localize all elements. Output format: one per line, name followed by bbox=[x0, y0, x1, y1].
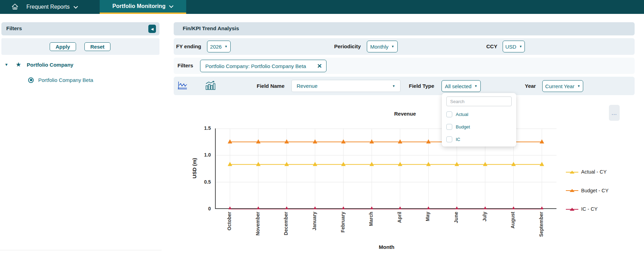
home-button[interactable] bbox=[10, 3, 19, 12]
chevron-down-icon: ▼ bbox=[392, 84, 395, 88]
checkbox-icon[interactable] bbox=[446, 124, 452, 130]
field-type-label: Field Type bbox=[409, 83, 434, 90]
x-tick-label: January bbox=[312, 212, 319, 230]
periodicity-label: Periodicity bbox=[334, 43, 361, 50]
search-input[interactable] bbox=[446, 97, 512, 106]
x-tick-label: December bbox=[283, 212, 290, 235]
tree-item-label: Portfolio Company Beta bbox=[38, 77, 93, 83]
legend-label: Budget - CY bbox=[581, 188, 609, 193]
legend-marker-icon bbox=[566, 169, 578, 175]
legend-item-2[interactable]: Budget - CY bbox=[566, 186, 609, 195]
tab-label: Portfolio Monitoring bbox=[113, 3, 166, 9]
line-chart-icon bbox=[177, 81, 188, 92]
apply-button[interactable]: Apply bbox=[50, 42, 76, 51]
legend-item-1[interactable]: Actual - CY bbox=[566, 168, 606, 176]
bar-chart-toggle[interactable] bbox=[204, 81, 216, 91]
fy-ending-label: FY ending bbox=[176, 43, 201, 50]
x-tick-label: April bbox=[397, 212, 404, 223]
top-nav: Frequent Reports Portfolio Monitoring bbox=[0, 0, 644, 14]
legend-label: IC - CY bbox=[581, 206, 598, 212]
reset-button[interactable]: Reset bbox=[84, 42, 110, 51]
fy-row: FY ending 2026 ▼ Periodicity Monthly ▼ C… bbox=[174, 38, 635, 55]
chart-more-button[interactable]: ... bbox=[609, 105, 620, 121]
field-name-select[interactable]: Revenue ▼ bbox=[291, 80, 401, 92]
field-type-dropdown-button[interactable]: All selected ▼ bbox=[441, 80, 481, 92]
tree-item-portfolio-company-beta[interactable]: Portfolio Company Beta bbox=[28, 77, 93, 83]
legend-marker-icon bbox=[566, 207, 578, 212]
y-tick-label: 1.0 bbox=[198, 152, 211, 158]
ccy-dropdown[interactable]: USD ▼ bbox=[503, 41, 525, 52]
x-tick-label: February bbox=[340, 212, 347, 233]
legend-item-3[interactable]: IC - CY bbox=[566, 205, 598, 213]
filter-chip-label: Portfolio Company: Portfolio Company Bet… bbox=[205, 63, 306, 69]
filters-row: Filters Portfolio Company: Portfolio Com… bbox=[174, 58, 635, 74]
tree-item-portfolio-company[interactable]: ▼ ★ Portfolio Company bbox=[5, 61, 73, 68]
chevron-down-icon: ▼ bbox=[391, 45, 394, 48]
chevron-down-icon[interactable]: ▼ bbox=[5, 62, 16, 67]
option-label: Budget bbox=[456, 124, 470, 129]
ccy-label: CCY bbox=[486, 43, 497, 50]
legend-label: Actual - CY bbox=[581, 169, 606, 175]
y-tick-label: 0.5 bbox=[198, 179, 211, 185]
chart-title: Revenue bbox=[370, 111, 440, 117]
option-label: IC bbox=[456, 137, 460, 142]
tree-item-label: Portfolio Company bbox=[27, 62, 73, 68]
field-name-label: Field Name bbox=[257, 83, 284, 90]
y-tick-label: 0 bbox=[198, 206, 211, 211]
x-tick-label: May bbox=[425, 212, 432, 221]
chevron-down-icon: ▼ bbox=[224, 45, 228, 48]
y-tick-label: 1.5 bbox=[198, 125, 211, 131]
chevron-down-icon bbox=[169, 3, 173, 9]
collapse-icon: ◀ bbox=[151, 27, 154, 31]
x-tick-label: June bbox=[453, 212, 460, 223]
filter-chip[interactable]: Portfolio Company: Portfolio Company Bet… bbox=[200, 60, 327, 72]
filters-label: Filters bbox=[177, 62, 193, 69]
option-label: Actual bbox=[456, 112, 468, 117]
periodicity-dropdown[interactable]: Monthly ▼ bbox=[367, 41, 398, 52]
close-icon[interactable]: ✕ bbox=[317, 62, 322, 70]
chevron-down-icon: ▼ bbox=[474, 84, 477, 88]
dropdown-option-ic[interactable]: IC bbox=[446, 136, 460, 142]
line-chart-toggle[interactable] bbox=[176, 81, 188, 91]
x-tick-label: November bbox=[255, 212, 262, 235]
field-type-dropdown-panel: ActualBudgetIC bbox=[442, 93, 516, 146]
x-tick-label: July bbox=[482, 212, 489, 221]
sidebar-divider bbox=[0, 250, 162, 250]
y-axis-title: USD (m) bbox=[191, 158, 197, 178]
nav-item-frequent-reports[interactable]: Frequent Reports bbox=[26, 0, 78, 14]
filters-panel-title: Filters bbox=[6, 25, 22, 31]
dropdown-option-budget[interactable]: Budget bbox=[446, 124, 470, 130]
x-axis-title: Month bbox=[369, 244, 404, 250]
x-tick-label: September bbox=[538, 212, 545, 237]
dropdown-option-actual[interactable]: Actual bbox=[446, 111, 468, 117]
bar-chart-icon bbox=[205, 81, 215, 92]
legend-marker-icon bbox=[566, 188, 578, 193]
tab-portfolio-monitoring[interactable]: Portfolio Monitoring bbox=[100, 0, 186, 14]
checkbox-icon[interactable] bbox=[446, 111, 452, 117]
main-header: Fin/KPI Trend Analysis bbox=[174, 22, 635, 35]
x-tick-label: October bbox=[226, 212, 233, 230]
checkbox-icon[interactable] bbox=[446, 136, 452, 142]
x-tick-label: August bbox=[510, 212, 517, 228]
chevron-down-icon: ▼ bbox=[519, 45, 522, 48]
filters-actions-row: Apply Reset bbox=[1, 38, 159, 55]
fy-ending-dropdown[interactable]: 2026 ▼ bbox=[207, 41, 231, 52]
collapse-panel-button[interactable]: ◀ bbox=[148, 25, 156, 33]
home-icon bbox=[11, 3, 19, 12]
nav-item-label: Frequent Reports bbox=[26, 4, 70, 10]
chevron-down-icon bbox=[74, 4, 78, 10]
page-title: Fin/KPI Trend Analysis bbox=[183, 25, 239, 31]
chart-controls-row: Field Name Revenue ▼ Field Type All sele… bbox=[174, 77, 635, 95]
filters-panel-header: Filters ◀ bbox=[1, 22, 159, 35]
chevron-down-icon: ▼ bbox=[577, 84, 580, 88]
year-dropdown[interactable]: Current Year ▼ bbox=[542, 80, 583, 92]
radio-selected[interactable] bbox=[28, 77, 34, 83]
x-tick-label: March bbox=[368, 212, 375, 226]
year-label: Year bbox=[525, 83, 536, 90]
star-icon: ★ bbox=[16, 61, 27, 68]
page: Frequent Reports Portfolio Monitoring Fi… bbox=[0, 0, 644, 260]
